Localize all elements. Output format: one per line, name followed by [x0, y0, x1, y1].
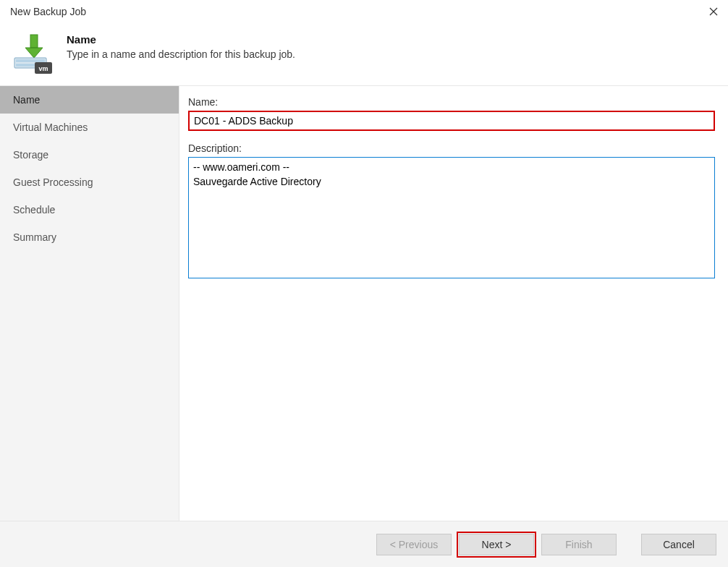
- wizard-step-subtitle: Type in a name and description for this …: [67, 48, 295, 60]
- wizard-content: Name: Description:: [179, 86, 728, 521]
- wizard-header-text: Name Type in a name and description for …: [67, 33, 295, 60]
- sidebar-item-label: Virtual Machines: [13, 122, 88, 133]
- sidebar-item-label: Summary: [13, 231, 56, 243]
- previous-button[interactable]: < Previous: [376, 534, 452, 555]
- titlebar: New Backup Job: [0, 0, 728, 23]
- sidebar-item-summary[interactable]: Summary: [0, 223, 179, 251]
- cancel-button[interactable]: Cancel: [641, 534, 716, 555]
- wizard-step-title: Name: [67, 33, 295, 46]
- job-name-input[interactable]: [188, 111, 715, 131]
- backup-job-icon: vm: [13, 33, 55, 75]
- svg-marker-3: [25, 48, 43, 58]
- sidebar-item-guest-processing[interactable]: Guest Processing: [0, 169, 179, 196]
- wizard-body: Name Virtual Machines Storage Guest Proc…: [0, 85, 728, 521]
- wizard-footer: < Previous Next > Finish Cancel: [0, 521, 728, 567]
- sidebar-item-label: Storage: [13, 149, 48, 161]
- description-label: Description:: [188, 142, 715, 154]
- sidebar-item-schedule[interactable]: Schedule: [0, 196, 179, 223]
- name-label: Name:: [188, 96, 715, 108]
- window-title: New Backup Job: [10, 6, 86, 17]
- finish-button[interactable]: Finish: [541, 534, 617, 555]
- sidebar-item-virtual-machines[interactable]: Virtual Machines: [0, 114, 179, 141]
- sidebar-item-storage[interactable]: Storage: [0, 141, 179, 169]
- svg-text:vm: vm: [38, 65, 48, 72]
- wizard-sidebar: Name Virtual Machines Storage Guest Proc…: [0, 86, 179, 521]
- sidebar-item-name[interactable]: Name: [0, 86, 179, 114]
- close-icon[interactable]: [708, 6, 719, 17]
- sidebar-item-label: Guest Processing: [13, 176, 93, 188]
- next-button[interactable]: Next >: [459, 534, 534, 555]
- svg-rect-2: [30, 35, 38, 48]
- job-description-textarea[interactable]: [188, 157, 715, 278]
- sidebar-item-label: Name: [13, 94, 40, 106]
- sidebar-item-label: Schedule: [13, 204, 55, 216]
- wizard-header: vm Name Type in a name and description f…: [0, 23, 728, 85]
- svg-rect-7: [16, 59, 45, 62]
